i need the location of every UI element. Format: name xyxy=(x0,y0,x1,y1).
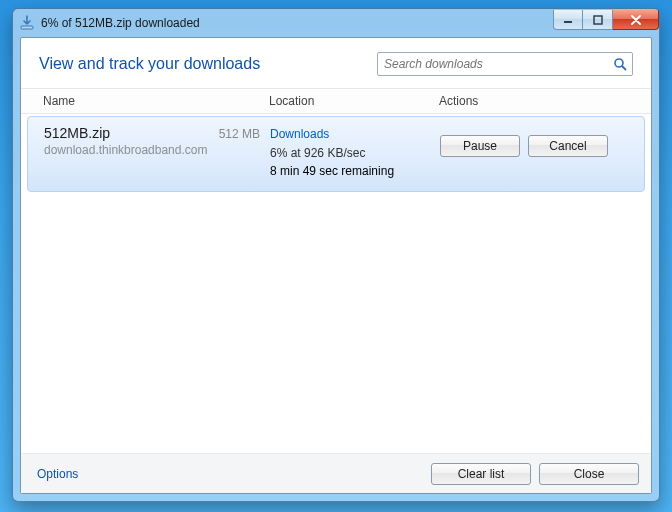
page-title: View and track your downloads xyxy=(39,55,260,73)
window-controls xyxy=(553,10,659,30)
titlebar[interactable]: 6% of 512MB.zip downloaded xyxy=(13,9,659,37)
maximize-button[interactable] xyxy=(583,10,613,30)
window-title: 6% of 512MB.zip downloaded xyxy=(41,16,200,30)
download-row[interactable]: 512MB.zip 512 MB download.thinkbroadband… xyxy=(27,116,645,192)
options-link[interactable]: Options xyxy=(37,467,78,481)
minimize-button[interactable] xyxy=(553,10,583,30)
download-icon xyxy=(19,15,35,31)
svg-line-4 xyxy=(622,66,626,70)
close-dialog-button[interactable]: Close xyxy=(539,463,639,485)
column-header-actions: Actions xyxy=(439,94,651,108)
download-filename: 512MB.zip xyxy=(44,125,110,141)
search-field-wrap[interactable] xyxy=(377,52,633,76)
search-input[interactable] xyxy=(384,57,612,71)
download-progress: 6% at 926 KB/sec xyxy=(270,144,440,163)
column-headers: Name Location Actions xyxy=(21,88,651,114)
client-area: View and track your downloads Name Locat… xyxy=(20,37,652,494)
footer: Options Clear list Close xyxy=(21,453,651,493)
download-manager-window: 6% of 512MB.zip downloaded View and trac… xyxy=(12,8,660,502)
cancel-button[interactable]: Cancel xyxy=(528,135,608,157)
download-eta: 8 min 49 sec remaining xyxy=(270,162,440,181)
pause-button[interactable]: Pause xyxy=(440,135,520,157)
svg-rect-1 xyxy=(564,21,572,23)
download-location-link[interactable]: Downloads xyxy=(270,125,440,144)
search-icon[interactable] xyxy=(612,56,628,72)
download-filesize: 512 MB xyxy=(219,127,260,141)
column-header-location: Location xyxy=(269,94,439,108)
svg-rect-2 xyxy=(594,16,602,24)
svg-rect-0 xyxy=(21,26,33,29)
clear-list-button[interactable]: Clear list xyxy=(431,463,531,485)
download-source: download.thinkbroadband.com xyxy=(44,143,270,157)
close-button[interactable] xyxy=(613,10,659,30)
column-header-name: Name xyxy=(21,94,269,108)
